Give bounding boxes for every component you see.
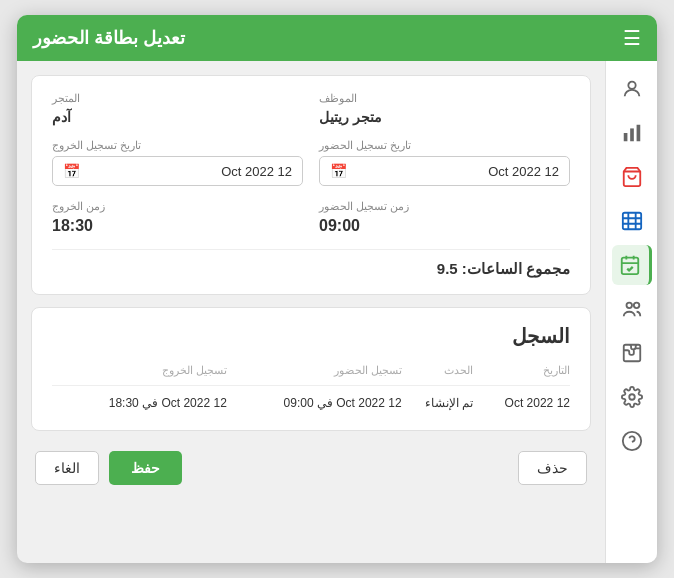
checkout-date-field: تاريخ تسجيل الخروج 📅	[52, 139, 303, 186]
checkin-date-input[interactable]	[355, 164, 559, 179]
checkin-date-label: تاريخ تسجيل الحضور	[319, 139, 411, 152]
table-cell-check_in: 12 Oct 2022 في 09:00	[227, 386, 402, 415]
save-cancel-group: حفظ الغاء	[35, 451, 182, 485]
checkin-time-field: زمن تسجيل الحضور 09:00	[319, 200, 570, 235]
log-card: السجل التاريخ الحدث تسجيل الحضور تسجيل ا…	[31, 307, 591, 431]
main-content: الموظف متجر ريتيل المتجر آدم تاريخ تسجيل…	[17, 61, 605, 563]
sidebar-icon-help[interactable]	[612, 421, 652, 461]
col-checkin: تسجيل الحضور	[227, 360, 402, 386]
col-date: التاريخ	[473, 360, 570, 386]
employee-label: الموظف	[319, 92, 357, 105]
table-cell-date: 12 Oct 2022	[473, 386, 570, 415]
page-title: تعديل بطاقة الحضور	[33, 27, 185, 49]
svg-rect-3	[636, 125, 640, 142]
checkout-date-input-wrapper[interactable]: 📅	[52, 156, 303, 186]
col-checkout: تسجيل الخروج	[52, 360, 227, 386]
calendar-icon-checkout: 📅	[63, 163, 80, 179]
table-cell-event: تم الإنشاء	[402, 386, 474, 415]
checkin-time-label: زمن تسجيل الحضور	[319, 200, 409, 213]
checkin-time-value: 09:00	[319, 217, 360, 235]
sidebar-icon-orders[interactable]	[612, 201, 652, 241]
times-row: زمن تسجيل الحضور 09:00 زمن الخروج 18:30	[52, 200, 570, 235]
sidebar-icon-chart[interactable]	[612, 113, 652, 153]
header: ☰ تعديل بطاقة الحضور	[17, 15, 657, 61]
sidebar	[605, 61, 657, 563]
total-hours-value: 9.5	[437, 260, 458, 277]
actions-bar: حذف حفظ الغاء	[31, 443, 591, 485]
dates-row: تاريخ تسجيل الحضور 📅 تاريخ تسجيل الخروج …	[52, 139, 570, 186]
log-title: السجل	[52, 324, 570, 348]
col-event: الحدث	[402, 360, 474, 386]
svg-rect-1	[623, 133, 627, 141]
checkout-time-value: 18:30	[52, 217, 93, 235]
store-value: آدم	[52, 109, 71, 125]
log-table: التاريخ الحدث تسجيل الحضور تسجيل الخروج …	[52, 360, 570, 414]
sidebar-icon-basket[interactable]	[612, 157, 652, 197]
svg-rect-6	[622, 258, 639, 275]
svg-point-7	[626, 303, 632, 309]
store-field: المتجر آدم	[52, 92, 303, 125]
total-hours-label: مجموع الساعات:	[462, 260, 570, 277]
checkin-date-field: تاريخ تسجيل الحضور 📅	[319, 139, 570, 186]
employee-store-row: الموظف متجر ريتيل المتجر آدم	[52, 92, 570, 125]
checkout-time-field: زمن الخروج 18:30	[52, 200, 303, 235]
employee-field: الموظف متجر ريتيل	[319, 92, 570, 125]
sidebar-icon-attendance[interactable]	[612, 245, 652, 285]
checkout-date-label: تاريخ تسجيل الخروج	[52, 139, 141, 152]
table-row: 12 Oct 2022تم الإنشاء12 Oct 2022 في 09:0…	[52, 386, 570, 415]
table-cell-check_out: 12 Oct 2022 في 18:30	[52, 386, 227, 415]
delete-button[interactable]: حذف	[518, 451, 587, 485]
checkout-date-input[interactable]	[88, 164, 292, 179]
svg-point-8	[633, 303, 639, 309]
sidebar-icon-group[interactable]	[612, 289, 652, 329]
main-window: ☰ تعديل بطاقة الحضور	[17, 15, 657, 563]
cancel-button[interactable]: الغاء	[35, 451, 99, 485]
checkin-date-input-wrapper[interactable]: 📅	[319, 156, 570, 186]
sidebar-icon-puzzle[interactable]	[612, 333, 652, 373]
save-button[interactable]: حفظ	[109, 451, 182, 485]
attendance-card: الموظف متجر ريتيل المتجر آدم تاريخ تسجيل…	[31, 75, 591, 295]
calendar-icon-checkin: 📅	[330, 163, 347, 179]
body: الموظف متجر ريتيل المتجر آدم تاريخ تسجيل…	[17, 61, 657, 563]
sidebar-icon-user[interactable]	[612, 69, 652, 109]
svg-rect-5	[622, 213, 640, 230]
checkout-time-label: زمن الخروج	[52, 200, 105, 213]
total-hours: مجموع الساعات: 9.5	[52, 249, 570, 278]
svg-point-9	[629, 394, 635, 400]
store-label: المتجر	[52, 92, 80, 105]
svg-point-0	[628, 82, 635, 89]
svg-rect-2	[630, 128, 634, 141]
sidebar-icon-settings[interactable]	[612, 377, 652, 417]
menu-icon[interactable]: ☰	[623, 26, 641, 50]
employee-value: متجر ريتيل	[319, 109, 382, 125]
